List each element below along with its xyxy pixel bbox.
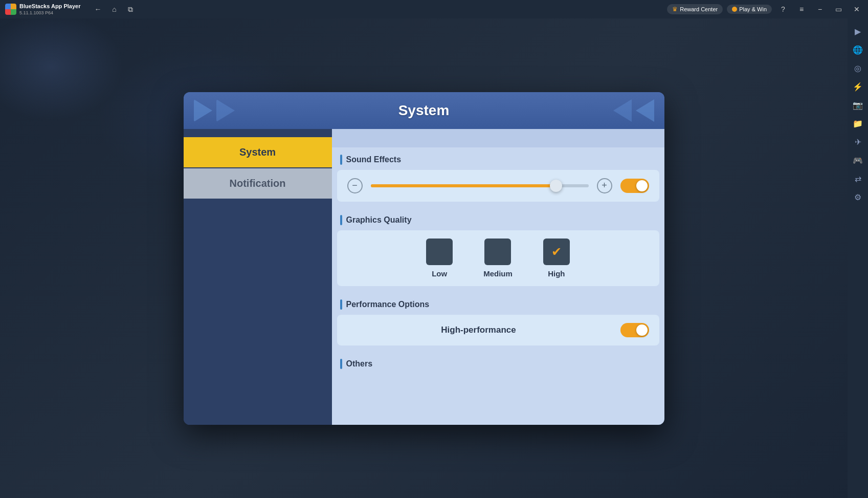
section-bar-accent-4 [340,359,342,369]
slider-thumb[interactable] [550,180,562,192]
nav-item-system[interactable]: System [184,137,332,167]
section-bar-accent-2 [340,215,342,225]
modal-content: Sound Effects − + [332,129,664,425]
quality-option-medium[interactable]: Medium [483,239,513,278]
sidebar-icon-plane[interactable]: ✈ [849,133,866,150]
sound-effects-row: − + [347,178,649,193]
performance-options-card: High-performance [337,315,659,345]
app-version: 5.11.1.1003 P64 [19,10,80,15]
quality-label-low: Low [432,269,447,278]
sidebar-icon-circle[interactable]: ◎ [849,59,866,77]
high-performance-toggle-knob [636,324,648,336]
quality-row: Low Medium ✔ High [347,239,649,278]
nav-buttons: ← ⌂ ⧉ [91,2,138,16]
app-name: BlueStacks App Player [19,3,80,10]
home-button[interactable]: ⌂ [107,2,121,16]
main-area: System System Notification Sound Effects [0,18,848,498]
sidebar-icon-controller[interactable]: 🎮 [849,151,866,169]
menu-button[interactable]: ≡ [794,2,809,16]
help-button[interactable]: ? [776,2,790,16]
right-sidebar: ▶ 🌐 ◎ ⚡ 📷 📁 ✈ 🎮 ⇄ ⚙ [848,18,868,498]
quality-box-medium [484,239,511,265]
sound-toggle-knob [636,180,648,191]
app-name-block: BlueStacks App Player 5.11.1.1003 P64 [19,3,80,15]
close-button[interactable]: ✕ [850,2,864,16]
quality-label-medium: Medium [483,269,513,278]
sound-toggle[interactable] [620,179,649,193]
sidebar-icon-settings[interactable]: ⚙ [849,188,866,206]
checkmark-icon: ✔ [551,245,562,259]
crown-icon: ♛ [672,6,678,13]
reward-label: Reward Center [680,6,718,12]
app-logo: BlueStacks App Player 5.11.1.1003 P64 [0,3,85,15]
sidebar-icon-camera[interactable]: 📷 [849,96,866,114]
titlebar-right: ♛ Reward Center Play & Win ? ≡ − ▭ ✕ [667,2,868,16]
modal-header: System [184,92,664,129]
sidebar-icon-folder[interactable]: 📁 [849,115,866,132]
triangle-icon-1 [194,99,212,122]
titlebar: BlueStacks App Player 5.11.1.1003 P64 ← … [0,0,868,18]
section-bar-accent-3 [340,299,342,310]
multi-instance-button[interactable]: ⧉ [123,2,138,16]
performance-options-label: Performance Options [332,292,664,315]
restore-button[interactable]: ▭ [831,2,845,16]
quality-option-low[interactable]: Low [426,239,453,278]
others-label: Others [332,352,664,374]
section-bar-accent [340,155,342,165]
top-bar [332,129,664,147]
quality-label-high: High [548,269,565,278]
perf-row: High-performance [347,323,649,337]
sidebar-icon-expand[interactable]: ▶ [849,23,866,40]
system-modal: System System Notification Sound Effects [184,92,664,425]
orange-dot-icon [732,7,737,12]
quality-box-high: ✔ [543,239,570,265]
volume-decrease-button[interactable]: − [347,178,363,193]
sidebar-icon-swap[interactable]: ⇄ [849,170,866,187]
quality-box-low [426,239,453,265]
back-button[interactable]: ← [91,2,105,16]
modal-title: System [398,102,450,119]
triangle-right-icon-1 [636,99,654,122]
modal-body: System Notification Sound Effects − [184,129,664,425]
sound-effects-label: Sound Effects [332,147,664,170]
graphics-quality-card: Low Medium ✔ High [337,230,659,286]
sound-effects-card: − + [337,170,659,202]
reward-center-button[interactable]: ♛ Reward Center [667,4,723,14]
modal-nav: System Notification [184,129,332,425]
minimize-button[interactable]: − [813,2,827,16]
play-win-button[interactable]: Play & Win [727,5,772,14]
play-label: Play & Win [739,6,767,12]
header-decor-right [613,99,654,122]
volume-increase-button[interactable]: + [597,178,612,193]
high-performance-toggle[interactable] [620,323,649,337]
triangle-icon-2 [216,99,235,122]
high-performance-label: High-performance [347,325,610,335]
graphics-quality-label: Graphics Quality [332,208,664,230]
quality-option-high[interactable]: ✔ High [543,239,570,278]
sidebar-icon-globe[interactable]: 🌐 [849,41,866,58]
nav-item-notification[interactable]: Notification [184,168,332,199]
sidebar-icon-lightning[interactable]: ⚡ [849,78,866,95]
bluestacks-logo-icon [5,4,16,15]
triangle-right-icon-2 [613,99,632,122]
slider-fill [371,184,556,187]
header-decor-left [194,99,235,122]
volume-slider[interactable] [371,184,589,187]
